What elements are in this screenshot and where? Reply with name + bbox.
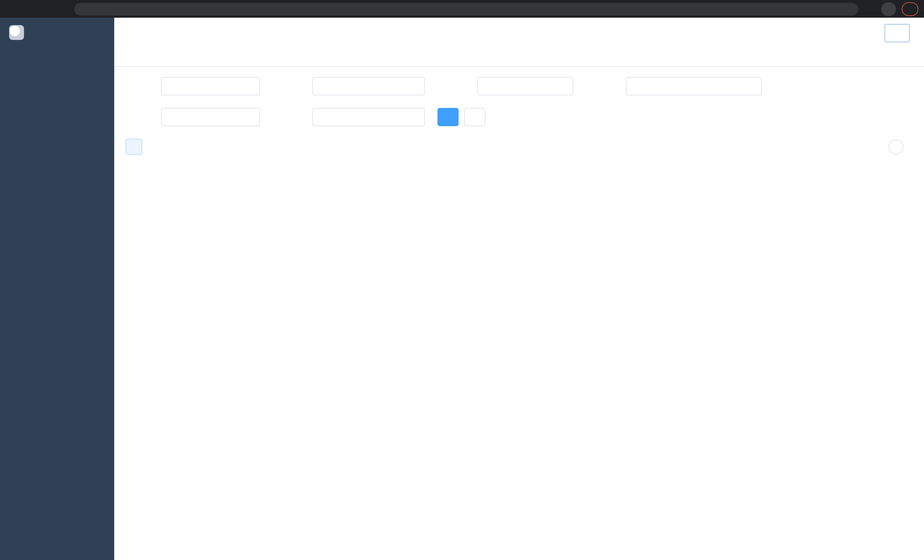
start-process-button[interactable] [126,139,142,155]
toggle-search-button[interactable] [889,139,903,154]
page-content [114,67,924,560]
avatar[interactable] [885,24,910,42]
process-name-input[interactable] [161,77,260,95]
browser-toolbar [0,0,924,18]
result-select[interactable] [312,108,425,126]
top-navbar [114,18,924,48]
browser-window [0,0,924,560]
incognito-badge [881,2,896,16]
sidebar [0,18,114,560]
category-select[interactable] [477,77,573,95]
reload-icon[interactable] [38,2,51,16]
update-button[interactable] [902,2,918,16]
process-def-input[interactable] [312,77,425,95]
submit-time-range[interactable] [626,77,762,95]
status-select[interactable] [161,108,260,126]
filter-form [126,77,913,126]
reset-button[interactable] [464,108,485,126]
table-toolbar [126,139,913,155]
tabs-bar [114,48,924,67]
pagination [126,178,913,189]
search-button[interactable] [438,108,459,126]
logo-image [9,25,24,40]
logo[interactable] [0,18,114,47]
back-icon[interactable] [6,2,20,16]
forward-icon[interactable] [22,2,35,16]
home-button-icon[interactable] [54,2,68,16]
address-bar[interactable] [74,3,858,15]
